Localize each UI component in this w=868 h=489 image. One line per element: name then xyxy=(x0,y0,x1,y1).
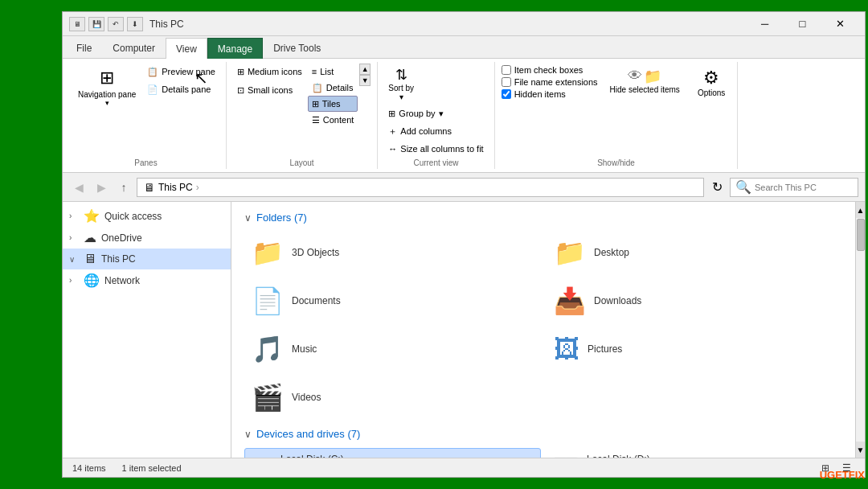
group-by-button[interactable]: ⊞ Group by ▾ xyxy=(384,105,447,121)
details-label: Details xyxy=(326,83,354,92)
items-count: 14 items xyxy=(72,463,106,473)
options-icon: ⚙ xyxy=(703,68,719,88)
scroll-down[interactable]: ▼ xyxy=(856,442,865,458)
sort-label: Sort by xyxy=(388,84,414,92)
expand-icon[interactable]: ⬇ xyxy=(127,17,143,31)
search-input[interactable] xyxy=(755,183,866,192)
sidebar-item-onedrive[interactable]: › ☁ OneDrive xyxy=(63,227,231,249)
folders-toggle[interactable]: ∨ xyxy=(244,212,252,224)
folder-pics-name: Pictures xyxy=(588,343,622,355)
file-name-extensions-label[interactable]: File name extensions xyxy=(502,77,598,87)
folder-3d-icon: 📁 xyxy=(252,237,284,268)
small-icons-button[interactable]: ⊡ Small icons xyxy=(233,82,306,98)
quick-access-icon: ⭐ xyxy=(84,208,100,224)
tab-computer[interactable]: Computer xyxy=(102,37,166,58)
drive-d-info: Local Disk (D:) 691 GB free of 931 GB xyxy=(587,454,835,458)
folder-pictures[interactable]: 🖼 Pictures xyxy=(547,328,842,370)
folder-videos[interactable]: 🎬 Videos xyxy=(244,376,540,418)
hidden-items-checkbox[interactable] xyxy=(502,89,511,99)
folder-3d-objects[interactable]: 📁 3D Objects xyxy=(244,232,540,273)
nav-pane-button[interactable]: ⊞ Navigation pane ▾ xyxy=(72,64,141,111)
drive-d[interactable]: 💽 Local Disk (D:) 691 GB free of 931 GB xyxy=(546,448,842,458)
folder-music[interactable]: 🎵 Music xyxy=(244,328,540,370)
sidebar: › ⭐ Quick access › ☁ OneDrive ∨ 🖥 This P… xyxy=(63,202,231,458)
list-icon: ≡ xyxy=(312,67,317,76)
folder-pics-icon: 🖼 xyxy=(554,335,579,364)
hide-selected-button[interactable]: 👁 📁 Hide selected items xyxy=(604,64,686,99)
details-button[interactable]: 📋 Details xyxy=(308,80,358,96)
add-columns-label: Add columns xyxy=(400,126,452,136)
panes-checkboxes: 📋 Preview pane 📄 Details pane xyxy=(143,64,219,97)
close-button[interactable]: ✕ xyxy=(822,14,858,34)
file-name-extensions-checkbox[interactable] xyxy=(502,77,511,87)
nav-pane-label: Navigation pane xyxy=(78,90,136,99)
up-button[interactable]: ↑ xyxy=(114,178,133,197)
group-by-label: Group by xyxy=(399,109,435,118)
ribbon-tabs: File Computer View Manage Drive Tools xyxy=(63,36,865,59)
folder-desktop-icon: 📁 xyxy=(554,237,586,268)
sidebar-item-this-pc[interactable]: ∨ 🖥 This PC xyxy=(63,249,231,269)
devices-toggle[interactable]: ∨ xyxy=(244,429,252,440)
nav-bar: ◀ ▶ ↑ 🖥 This PC › ↻ 🔍 xyxy=(63,173,865,202)
preview-pane-icon: 📋 xyxy=(147,67,158,77)
folder-music-name: Music xyxy=(292,343,317,355)
group-by-arrow: ▾ xyxy=(439,109,444,119)
scroll-up[interactable]: ▲ xyxy=(856,202,865,218)
medium-icons-button[interactable]: ⊞ Medium icons xyxy=(233,64,306,80)
layout-content: ⊞ Medium icons ⊡ Small icons ≡ List 📋 xyxy=(233,64,371,157)
quick-access-expander: › xyxy=(69,212,79,220)
size-columns-button[interactable]: ↔ Size all columns to fit xyxy=(384,141,487,157)
details-pane-button[interactable]: 📄 Details pane xyxy=(143,81,219,97)
tab-view[interactable]: View xyxy=(166,38,207,59)
address-computer-icon: 🖥 xyxy=(144,181,155,194)
hidden-items-label[interactable]: Hidden items xyxy=(502,89,598,99)
selected-count: 1 item selected xyxy=(122,463,182,473)
layout-up-arrow[interactable]: ▲ xyxy=(359,64,371,75)
folder-documents[interactable]: 📄 Documents xyxy=(244,280,540,322)
layout-down-arrow[interactable]: ▼ xyxy=(359,75,371,86)
tab-file[interactable]: File xyxy=(66,37,102,58)
onedrive-expander: › xyxy=(69,233,79,242)
address-bar[interactable]: 🖥 This PC › xyxy=(137,178,704,197)
list-button[interactable]: ≡ List xyxy=(308,64,358,80)
folder-desktop[interactable]: 📁 Desktop xyxy=(547,232,842,273)
add-columns-icon: ＋ xyxy=(388,125,397,138)
quick-access-icon[interactable]: 💾 xyxy=(88,17,104,31)
tab-drive-tools[interactable]: Drive Tools xyxy=(263,37,331,58)
checkboxes: Item check boxes File name extensions Hi… xyxy=(502,65,598,99)
item-check-boxes-checkbox[interactable] xyxy=(502,65,511,75)
maximize-button[interactable]: □ xyxy=(784,14,821,34)
devices-section-header: ∨ Devices and drives (7) xyxy=(244,428,842,440)
devices-title: Devices and drives (7) xyxy=(256,428,360,440)
options-button[interactable]: ⚙ Options xyxy=(692,64,731,101)
forward-button[interactable]: ▶ xyxy=(92,178,111,197)
scroll-thumb[interactable] xyxy=(857,219,865,251)
tiles-button[interactable]: ⊞ Tiles xyxy=(308,96,358,112)
item-check-boxes-label[interactable]: Item check boxes xyxy=(502,65,598,75)
nav-pane-arrow: ▾ xyxy=(105,99,109,107)
layout-group: ⊞ Medium icons ⊡ Small icons ≡ List 📋 xyxy=(230,62,378,169)
minimize-button[interactable]: ─ xyxy=(747,14,783,34)
onedrive-icon: ☁ xyxy=(84,230,96,245)
preview-pane-button[interactable]: 📋 Preview pane xyxy=(143,64,219,80)
folder-downloads[interactable]: 📥 Downloads xyxy=(547,280,842,322)
sidebar-item-network[interactable]: › 🌐 Network xyxy=(63,269,231,291)
back-button[interactable]: ◀ xyxy=(69,178,88,197)
refresh-button[interactable]: ↻ xyxy=(707,178,727,197)
search-bar[interactable]: 🔍 xyxy=(730,178,858,197)
this-pc-expander: ∨ xyxy=(69,255,79,264)
eye-icon: 👁 xyxy=(628,68,642,85)
drive-c[interactable]: 🖥 Local Disk (C:) 135 GB free of 223 GB xyxy=(244,448,541,458)
undo-icon[interactable]: ↶ xyxy=(108,17,124,31)
scrollbar[interactable]: ▲ ▼ xyxy=(855,202,865,458)
add-columns-button[interactable]: ＋ Add columns xyxy=(384,123,456,139)
folder-vids-icon: 🎬 xyxy=(252,382,284,413)
tab-manage[interactable]: Manage xyxy=(207,38,263,59)
sort-by-button[interactable]: ⇅ Sort by ▾ xyxy=(384,64,418,104)
details-pane-icon: 📄 xyxy=(147,84,158,95)
folder-dl-name: Downloads xyxy=(594,295,641,306)
content-button[interactable]: ☰ Content xyxy=(308,112,358,128)
layout-top: ⊞ Medium icons ⊡ Small icons xyxy=(233,64,306,98)
size-columns-icon: ↔ xyxy=(388,144,397,154)
sidebar-item-quick-access[interactable]: › ⭐ Quick access xyxy=(63,205,231,227)
